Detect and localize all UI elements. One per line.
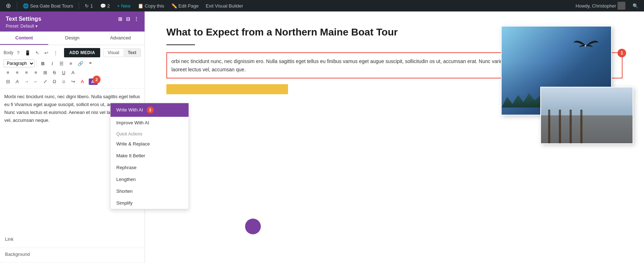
- exit-label: Exit Visual Builder: [206, 3, 243, 9]
- dock-image: [540, 87, 633, 144]
- site-favicon-icon: 🌐: [23, 3, 29, 9]
- search-btn[interactable]: 🔍: [630, 0, 641, 11]
- admin-bar: ⊕ 🌐 Sea Gate Boat Tours ↻ 1 💬 2 + New 📋 …: [0, 0, 644, 11]
- site-name-btn[interactable]: 🌐 Sea Gate Boat Tours: [20, 0, 76, 11]
- italic-btn[interactable]: I: [48, 60, 57, 67]
- improve-with-ai-item[interactable]: Improve With AI: [111, 117, 189, 129]
- ordered-list-btn[interactable]: ≡: [67, 60, 75, 67]
- redo-btn[interactable]: ↪: [69, 78, 77, 85]
- tab-advanced[interactable]: Advanced: [96, 32, 145, 45]
- special-char-btn[interactable]: Ω: [50, 78, 59, 85]
- dock-post4: [580, 110, 582, 143]
- toolbar-row1: Body ? 📱 ↖ ↩ ⋮ ADD MEDIA Visual Text: [4, 48, 141, 57]
- copy-btn[interactable]: 📋 Copy this: [135, 0, 167, 11]
- align-right-btn[interactable]: ≡: [22, 69, 31, 76]
- body-label: Body: [4, 50, 13, 55]
- unordered-list-btn[interactable]: ☰: [57, 60, 66, 67]
- device-icon-btn[interactable]: 📱: [23, 49, 32, 56]
- columns-icon[interactable]: ⊟: [126, 16, 130, 22]
- lengthen-item[interactable]: Lengthen: [111, 173, 189, 185]
- emoji-btn[interactable]: ☺: [59, 78, 68, 85]
- fullscreen-btn[interactable]: ⤢: [41, 78, 49, 85]
- indent-btn[interactable]: →: [22, 78, 31, 85]
- edit-page-btn[interactable]: ✏️ Edit Page: [169, 0, 201, 11]
- link-btn[interactable]: 🔗: [76, 60, 85, 67]
- wp-logo-btn[interactable]: ⊕: [3, 0, 14, 11]
- sidebar-preset[interactable]: Preset: Default ▾: [6, 24, 139, 29]
- make-better-item[interactable]: Make It Better: [111, 150, 189, 162]
- revisions-icon: ↻: [85, 3, 89, 9]
- shorten-item[interactable]: Shorten: [111, 185, 189, 197]
- rephrase-item[interactable]: Rephrase: [111, 162, 189, 173]
- quick-actions-label: Quick Actions: [111, 129, 189, 138]
- tab-content-label: Content: [15, 35, 33, 40]
- visual-tab-btn[interactable]: Visual: [103, 49, 123, 57]
- admin-bar-right: Howdy, Christopher 🔍: [573, 0, 641, 11]
- clear-format-btn[interactable]: A: [13, 78, 21, 85]
- align-left-btn[interactable]: ≡: [4, 69, 12, 76]
- purple-circle-btn[interactable]: [245, 219, 261, 234]
- new-btn[interactable]: + New: [114, 0, 133, 11]
- copy-label: Copy this: [145, 3, 164, 9]
- revisions-btn[interactable]: ↻ 1: [82, 0, 96, 11]
- write-replace-label: Write & Replace: [116, 141, 150, 147]
- dock-overlay: [541, 115, 633, 143]
- write-replace-item[interactable]: Write & Replace: [111, 138, 189, 150]
- rephrase-label: Rephrase: [116, 165, 136, 170]
- table-btn[interactable]: ⊞: [41, 69, 49, 76]
- write-with-ai-item[interactable]: Write With AI 3: [111, 103, 189, 117]
- site-name-label: Sea Gate Boat Tours: [30, 3, 73, 9]
- tab-design-label: Design: [65, 35, 79, 40]
- text-tab-btn[interactable]: Text: [123, 49, 141, 57]
- user-greeting[interactable]: Howdy, Christopher: [573, 0, 628, 11]
- cursor-icon-btn[interactable]: ↖: [34, 49, 41, 56]
- sidebar-title: Text Settings ⊞ ⊟ ⋮: [6, 16, 139, 22]
- background-section: Background: [0, 248, 145, 263]
- image-section: [501, 26, 630, 115]
- shorten-label: Shorten: [116, 188, 133, 194]
- comments-count: 2: [107, 3, 110, 9]
- underline-btn[interactable]: U: [59, 69, 68, 76]
- align-center-btn[interactable]: ≡: [13, 69, 21, 76]
- more-icon-btn[interactable]: ⋮: [52, 49, 59, 56]
- layout: Text Settings ⊞ ⊟ ⋮ Preset: Default ▾ Co…: [0, 11, 644, 263]
- exit-builder-btn[interactable]: Exit Visual Builder: [203, 0, 246, 11]
- fmt-sep1: [36, 60, 37, 67]
- wp-logo-icon: ⊕: [6, 2, 11, 10]
- sidebar-tabs: Content Design Advanced: [0, 32, 145, 45]
- paragraph-select[interactable]: Paragraph: [4, 59, 35, 67]
- badge-2: 2: [93, 76, 101, 83]
- tab-design[interactable]: Design: [48, 32, 97, 45]
- tab-content[interactable]: Content: [0, 32, 48, 45]
- help-icon-btn[interactable]: ?: [15, 49, 21, 56]
- box-icon[interactable]: ⊞: [118, 16, 122, 22]
- separator: [17, 2, 17, 9]
- paste-plain-btn[interactable]: ⊟: [4, 78, 12, 85]
- pencil-icon: ✏️: [171, 3, 177, 9]
- revisions-count: 1: [90, 3, 93, 9]
- comments-btn[interactable]: 💬 2: [97, 0, 113, 11]
- yellow-bar: [166, 84, 288, 94]
- edit-label: Edit Page: [179, 3, 199, 9]
- align-justify-btn[interactable]: ≡: [31, 69, 40, 76]
- outdent-btn[interactable]: ←: [31, 78, 40, 85]
- blockquote-btn[interactable]: ❝: [86, 60, 94, 67]
- toolbar-area: Body ? 📱 ↖ ↩ ⋮ ADD MEDIA Visual Text Par…: [0, 45, 145, 89]
- bold-btn[interactable]: B: [39, 60, 47, 67]
- new-label: New: [121, 3, 131, 9]
- undo-icon-btn[interactable]: ↩: [43, 49, 50, 56]
- add-media-button[interactable]: ADD MEDIA: [64, 48, 100, 57]
- search-icon: 🔍: [633, 3, 638, 9]
- dock-post2: [559, 110, 561, 143]
- badge-3: 3: [147, 106, 154, 114]
- highlight-btn[interactable]: A: [78, 78, 87, 85]
- page-divider: [166, 44, 195, 45]
- font-color-btn[interactable]: A: [69, 69, 77, 76]
- main-content: What to Expect from a Northern Maine Boa…: [145, 11, 644, 263]
- strikethrough-btn[interactable]: S: [50, 69, 59, 76]
- bird-icon: [572, 37, 600, 55]
- menu-icon[interactable]: ⋮: [134, 16, 139, 22]
- copy-icon: 📋: [138, 3, 143, 9]
- simplify-item[interactable]: Simplify: [111, 197, 189, 209]
- lengthen-label: Lengthen: [116, 177, 136, 182]
